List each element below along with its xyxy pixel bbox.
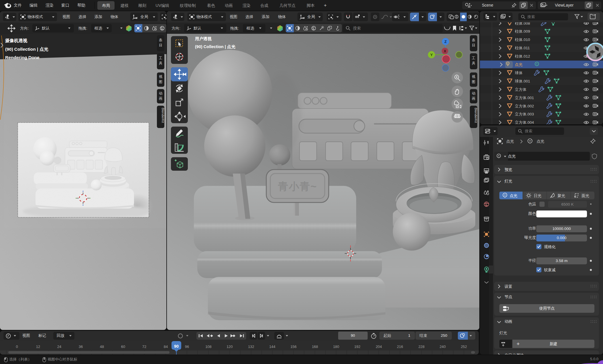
svg-text:192: 192 [354,345,360,349]
svg-text:240: 240 [440,345,446,349]
svg-text:目: 目 [159,43,163,47]
svg-text:目: 目 [472,43,476,47]
svg-text:108: 108 [205,345,212,349]
svg-text:Z: Z [444,40,447,44]
svg-text:144: 144 [269,345,275,349]
svg-text:84: 84 [164,345,168,349]
svg-text:图: 图 [159,80,163,84]
svg-text:摄像机透视: 摄像机透视 [5,38,27,43]
svg-text:120: 120 [226,345,233,349]
svg-text:立方体: 立方体 [515,87,527,92]
svg-text:动: 动 [472,91,476,95]
svg-text:48: 48 [100,345,104,349]
svg-text:条: 条 [472,38,476,42]
svg-text:60: 60 [121,345,125,349]
svg-text:工: 工 [472,56,476,60]
svg-text:立方体.001: 立方体.001 [515,96,534,100]
svg-text:BlenderKit: BlenderKit [161,108,165,123]
svg-text:216: 216 [397,345,403,349]
svg-text:132: 132 [248,345,254,349]
svg-text:228: 228 [418,345,425,349]
svg-text:工: 工 [159,56,163,60]
svg-text:柱体.009: 柱体.009 [515,29,530,34]
svg-text:立方体.004: 立方体.004 [515,120,534,124]
svg-text:动: 动 [159,91,163,95]
svg-text:点光: 点光 [515,62,523,67]
svg-text:球体: 球体 [515,71,523,75]
svg-text:柱体.011: 柱体.011 [515,46,530,50]
svg-text:用户透视: 用户透视 [195,36,212,41]
svg-text:画: 画 [472,97,476,101]
svg-text:立方体.002: 立方体.002 [515,104,534,108]
svg-text:图: 图 [472,80,476,84]
svg-text:视: 视 [159,75,163,79]
svg-text:柱体.010: 柱体.010 [515,38,530,42]
svg-text:156: 156 [290,345,297,349]
svg-text:180: 180 [333,345,339,349]
svg-text:条: 条 [159,38,163,42]
svg-text:立方体.003: 立方体.003 [515,112,534,116]
svg-text:204: 204 [376,345,382,349]
svg-text:球体.001: 球体.001 [515,79,530,83]
svg-text:Rendering Done: Rendering Done [5,55,40,60]
svg-text:柱体.012: 柱体.012 [515,54,530,58]
svg-text:视: 视 [472,75,476,79]
svg-text:168: 168 [312,345,318,349]
svg-text:具: 具 [472,61,476,65]
svg-text:0: 0 [16,345,18,349]
svg-text:具: 具 [159,61,163,65]
svg-text:BlenderKit: BlenderKit [474,108,478,123]
svg-text:24: 24 [57,345,61,349]
svg-text:X: X [444,49,446,53]
svg-text:Y: Y [430,53,433,57]
svg-text:画: 画 [159,97,163,101]
svg-text:96: 96 [185,345,189,349]
svg-text:青小青~: 青小青~ [277,180,317,192]
svg-text:柱体.008: 柱体.008 [515,22,530,25]
svg-text:12: 12 [36,345,40,349]
svg-text:(90) Collection | 点光: (90) Collection | 点光 [5,47,48,52]
svg-text:252: 252 [461,345,467,349]
svg-text:72: 72 [142,345,146,349]
svg-text:90: 90 [174,344,179,349]
svg-text:(90) Collection | 点光: (90) Collection | 点光 [195,44,236,49]
svg-text:36: 36 [79,345,83,349]
